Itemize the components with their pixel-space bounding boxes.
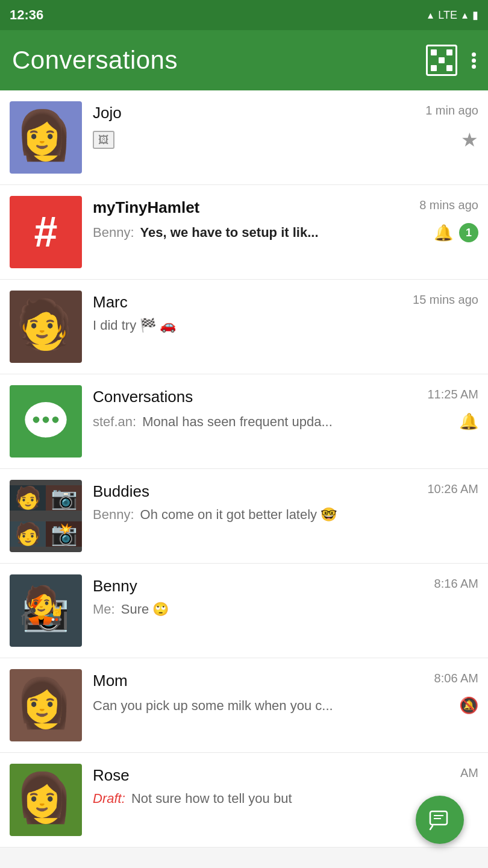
svg-point-2 — [43, 417, 49, 423]
qr-cell — [431, 65, 437, 71]
conversation-content: Benny 8:16 AM Me: Sure 🙄 — [93, 574, 478, 617]
conversation-content: Jojo 1 min ago 🖼 ★ — [93, 101, 478, 151]
conversation-actions: ★ — [461, 128, 478, 151]
avatar: 👩 — [10, 669, 82, 741]
preview-sender: stef.an: — [93, 414, 140, 430]
list-item[interactable]: 🧑 📷 🧑 📸 Buddies 10:26 AM Benny: Oh come … — [0, 469, 488, 564]
preview-sender: Me: — [93, 602, 119, 617]
conversation-header: Mom 8:06 AM — [93, 671, 478, 690]
qr-cell — [446, 49, 452, 55]
conversation-preview-row: I did try 🏁 🚗 — [93, 318, 478, 333]
conversation-name: Mom — [93, 671, 128, 690]
app-title: Conversations — [12, 46, 178, 75]
list-item[interactable]: # myTinyHamlet 8 mins ago Benny: Yes, we… — [0, 185, 488, 280]
conversation-time: 1 min ago — [425, 104, 478, 118]
conversation-header: myTinyHamlet 8 mins ago — [93, 198, 478, 217]
new-conversation-fab[interactable] — [416, 796, 464, 844]
avatar: 📷 — [10, 574, 82, 647]
status-bar: 12:36 ▴ LTE ▴ ▮ — [0, 0, 488, 30]
muted-bell-icon: 🔔 — [459, 412, 478, 431]
avatar: 🧑 — [10, 291, 82, 363]
conversation-preview: Benny: Oh come on it got better lately 🤓 — [93, 507, 478, 523]
wifi-icon: ▴ — [428, 8, 433, 22]
list-item[interactable]: 👩 Jojo 1 min ago 🖼 ★ — [0, 90, 488, 185]
list-item[interactable]: Conversations 11:25 AM stef.an: Monal ha… — [0, 374, 488, 469]
list-item[interactable]: 🧑 Marc 15 mins ago I did try 🏁 🚗 — [0, 280, 488, 374]
group-avatar-cell: 🧑 — [10, 521, 46, 547]
star-icon[interactable]: ★ — [461, 128, 478, 151]
conversation-time: 15 mins ago — [413, 293, 478, 307]
unread-badge: 1 — [459, 223, 478, 242]
conversation-preview-row: Benny: Yes, we have to setup it lik... 🔔… — [93, 223, 478, 242]
conversation-name: Conversations — [93, 388, 193, 406]
muted-bell-icon: 🔔 — [434, 224, 453, 242]
conversation-name: Buddies — [93, 482, 149, 501]
image-preview: 🖼 — [93, 131, 114, 149]
avatar: 👩 — [10, 101, 82, 174]
preview-sender: Benny: — [93, 507, 138, 523]
conversation-content: Rose AM Draft: Not sure how to tell you … — [93, 764, 478, 807]
conversation-preview-row: Benny: Oh come on it got better lately 🤓 — [93, 507, 478, 523]
svg-point-1 — [33, 417, 40, 423]
qr-cell — [439, 65, 445, 71]
preview-message: Monal has seen frequent upda... — [142, 414, 333, 430]
conversation-content: Buddies 10:26 AM Benny: Oh come on it go… — [93, 480, 478, 523]
qr-cell — [446, 65, 452, 71]
conversation-header: Benny 8:16 AM — [93, 577, 478, 596]
conversation-time: 10:26 AM — [427, 482, 478, 496]
conversation-preview: 🖼 — [93, 131, 455, 149]
conversation-name: Benny — [93, 577, 137, 596]
conversation-actions: 🔔 — [459, 412, 478, 431]
preview-message: I did try 🏁 🚗 — [93, 318, 176, 333]
preview-sender: Benny: — [93, 225, 138, 241]
conversation-name: Marc — [93, 293, 128, 312]
qr-cell — [446, 57, 452, 63]
app-bar-actions — [426, 45, 476, 76]
svg-line-6 — [430, 826, 433, 829]
preview-message: Not sure how to tell you but — [131, 791, 292, 807]
conversation-preview-row: 🖼 ★ — [93, 128, 478, 151]
conversation-time: 8:16 AM — [434, 577, 478, 591]
preview-message: Oh come on it got better lately 🤓 — [140, 507, 337, 523]
list-item[interactable]: 👩 Mom 8:06 AM Can you pick up some milk … — [0, 658, 488, 753]
muted-bell-icon: 🔕 — [459, 696, 478, 715]
conversation-content: Marc 15 mins ago I did try 🏁 🚗 — [93, 291, 478, 333]
conversation-header: Jojo 1 min ago — [93, 104, 478, 122]
qr-cell — [439, 57, 445, 63]
conversation-header: Conversations 11:25 AM — [93, 388, 478, 406]
app-bar: Conversations — [0, 30, 488, 90]
compose-icon — [428, 808, 452, 832]
list-item[interactable]: 👩 Rose AM Draft: Not sure how to tell yo… — [0, 753, 488, 848]
qr-code-button[interactable] — [426, 45, 457, 76]
preview-message: Yes, we have to setup it lik... — [140, 225, 319, 241]
conversation-time: 8:06 AM — [434, 671, 478, 685]
conversation-header: Rose AM — [93, 766, 478, 785]
conversation-time: 8 mins ago — [419, 198, 478, 212]
status-time: 12:36 — [10, 7, 43, 23]
conversation-content: myTinyHamlet 8 mins ago Benny: Yes, we h… — [93, 196, 478, 242]
qr-cell — [431, 49, 437, 55]
svg-point-3 — [52, 417, 59, 423]
conversation-content: Mom 8:06 AM Can you pick up some milk wh… — [93, 669, 478, 715]
lte-label: LTE — [438, 9, 457, 22]
conversation-name: Jojo — [93, 104, 122, 122]
battery-icon: ▮ — [472, 8, 478, 22]
conversation-preview: Can you pick up some milk when you c... — [93, 698, 453, 714]
more-options-button[interactable] — [472, 52, 476, 69]
qr-cell — [439, 49, 445, 55]
avatar — [10, 385, 82, 458]
conversation-actions: 🔕 — [459, 696, 478, 715]
preview-message: Sure 🙄 — [121, 602, 169, 617]
chat-bubble-icon — [22, 397, 70, 445]
conversation-preview: stef.an: Monal has seen frequent upda... — [93, 414, 453, 430]
conversation-preview-row: stef.an: Monal has seen frequent upda...… — [93, 412, 478, 431]
conversation-header: Buddies 10:26 AM — [93, 482, 478, 501]
signal-icon: ▴ — [462, 8, 468, 22]
conversation-list: 👩 Jojo 1 min ago 🖼 ★ # myTinyH — [0, 90, 488, 848]
avatar: 🧑 📷 🧑 📸 — [10, 480, 82, 552]
conversation-preview-row: Can you pick up some milk when you c... … — [93, 696, 478, 715]
conversation-preview: Me: Sure 🙄 — [93, 602, 478, 617]
group-avatar-cell: 📸 — [46, 521, 82, 547]
conversation-actions: 🔔 1 — [434, 223, 478, 242]
list-item[interactable]: 📷 Benny 8:16 AM Me: Sure 🙄 — [0, 564, 488, 658]
